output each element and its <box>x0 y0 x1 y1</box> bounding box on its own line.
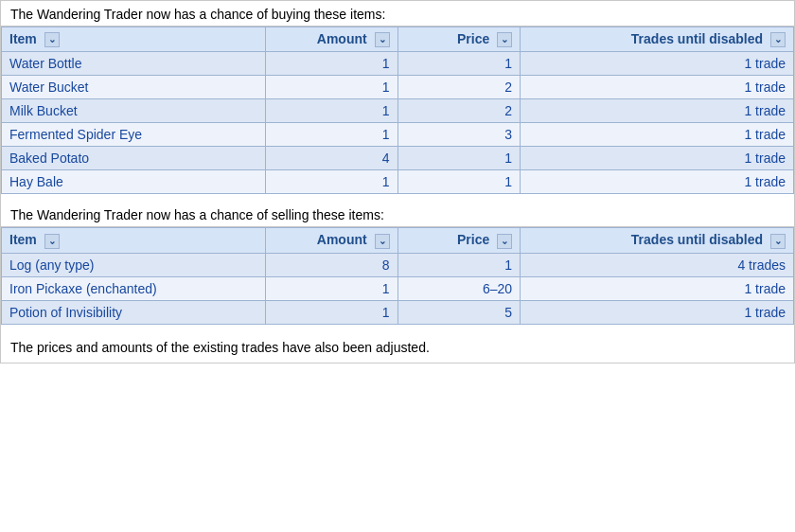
col-trades-sell: Trades until disabled ⌄ <box>521 228 794 253</box>
col-amount-sell: Amount ⌄ <box>265 228 398 253</box>
col-price: Price ⌄ <box>398 27 521 52</box>
cell-trades: 1 trade <box>521 276 794 300</box>
cell-trades: 1 trade <box>521 99 794 123</box>
cell-price: 2 <box>398 99 521 123</box>
cell-trades: 4 trades <box>521 253 794 276</box>
cell-amount: 4 <box>265 147 398 170</box>
cell-trades: 1 trade <box>521 147 794 170</box>
cell-amount: 1 <box>265 170 398 194</box>
table-row: Water Bottle 1 1 1 trade <box>2 52 794 76</box>
cell-amount: 1 <box>265 300 398 324</box>
selling-table-header: Item ⌄ Amount ⌄ Price ⌄ Trades until dis… <box>2 228 794 253</box>
cell-trades: 1 trade <box>521 300 794 324</box>
cell-amount: 1 <box>265 76 398 99</box>
buying-table-header: Item ⌄ Amount ⌄ Price ⌄ Trades until dis… <box>2 27 794 52</box>
footer: The prices and amounts of the existing t… <box>0 332 795 364</box>
cell-amount: 1 <box>265 123 398 147</box>
selling-header: The Wandering Trader now has a chance of… <box>0 202 795 227</box>
cell-amount: 8 <box>265 253 398 276</box>
table-row: Log (any type) 8 1 4 trades <box>2 253 794 276</box>
cell-item: Iron Pickaxe (enchanted) <box>2 276 266 300</box>
cell-item: Log (any type) <box>2 253 266 276</box>
cell-trades: 1 trade <box>521 170 794 194</box>
col-item-sell: Item ⌄ <box>2 228 266 253</box>
cell-amount: 1 <box>265 52 398 76</box>
cell-price: 3 <box>398 123 521 147</box>
cell-price: 1 <box>398 147 521 170</box>
table-row: Potion of Invisibility 1 5 1 trade <box>2 300 794 324</box>
sort-item-sell-btn[interactable]: ⌄ <box>44 234 60 249</box>
table-row: Milk Bucket 1 2 1 trade <box>2 99 794 123</box>
sort-amount-sell-btn[interactable]: ⌄ <box>375 234 390 249</box>
cell-price: 1 <box>398 253 521 276</box>
cell-item: Water Bucket <box>2 76 266 99</box>
cell-trades: 1 trade <box>521 123 794 147</box>
sort-amount-btn[interactable]: ⌄ <box>375 32 390 47</box>
table-row: Fermented Spider Eye 1 3 1 trade <box>2 123 794 147</box>
col-trades: Trades until disabled ⌄ <box>521 27 794 52</box>
cell-amount: 1 <box>265 276 398 300</box>
cell-trades: 1 trade <box>521 76 794 99</box>
cell-trades: 1 trade <box>521 52 794 76</box>
sort-trades-btn[interactable]: ⌄ <box>770 32 786 47</box>
table-row: Water Bucket 1 2 1 trade <box>2 76 794 99</box>
cell-price: 5 <box>398 300 521 324</box>
sort-price-sell-btn[interactable]: ⌄ <box>497 234 512 249</box>
table-row: Hay Bale 1 1 1 trade <box>2 170 794 194</box>
sort-item-btn[interactable]: ⌄ <box>44 32 60 47</box>
table-row: Baked Potato 4 1 1 trade <box>2 147 794 170</box>
col-price-sell: Price ⌄ <box>398 228 521 253</box>
cell-item: Potion of Invisibility <box>2 300 266 324</box>
cell-item: Fermented Spider Eye <box>2 123 266 147</box>
cell-item: Baked Potato <box>2 147 266 170</box>
cell-item: Milk Bucket <box>2 99 266 123</box>
cell-item: Hay Bale <box>2 170 266 194</box>
cell-price: 1 <box>398 52 521 76</box>
gap-2 <box>0 325 795 332</box>
cell-item: Water Bottle <box>2 52 266 76</box>
cell-price: 6–20 <box>398 276 521 300</box>
cell-price: 2 <box>398 76 521 99</box>
col-item: Item ⌄ <box>2 27 266 52</box>
col-amount: Amount ⌄ <box>265 27 398 52</box>
buying-header: The Wandering Trader now has a chance of… <box>0 0 795 27</box>
sort-trades-sell-btn[interactable]: ⌄ <box>770 234 786 249</box>
gap-1 <box>0 194 795 202</box>
sort-price-btn[interactable]: ⌄ <box>497 32 512 47</box>
cell-amount: 1 <box>265 99 398 123</box>
table-row: Iron Pickaxe (enchanted) 1 6–20 1 trade <box>2 276 794 300</box>
cell-price: 1 <box>398 170 521 194</box>
